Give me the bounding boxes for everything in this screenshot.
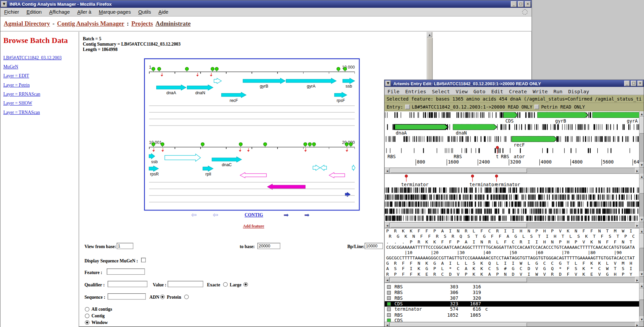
gene-arrow[interactable] — [165, 154, 200, 161]
entry1-checkbox[interactable] — [405, 105, 410, 109]
scrollbar-thumb[interactable] — [390, 323, 527, 327]
feature-box-dnaa[interactable] — [394, 124, 448, 130]
breadcrumb-link-agmial-directory[interactable]: Agmial Directory — [4, 20, 50, 27]
scroll-up-button[interactable]: ▲ — [427, 32, 432, 37]
minimize-button[interactable]: _ — [624, 81, 630, 86]
menu-entries[interactable]: Entries — [402, 88, 429, 96]
gene-arrow-rpsF[interactable] — [334, 92, 347, 98]
scrollbar-thumb[interactable] — [390, 168, 527, 173]
scroll-left-button[interactable]: ◀ — [385, 277, 390, 282]
close-button[interactable]: × — [637, 81, 643, 86]
page-right-arrow[interactable]: ➡ — [284, 211, 289, 219]
sequence-input[interactable] — [108, 293, 146, 300]
scroll-down-button[interactable]: ▼ — [640, 162, 644, 167]
feature-list-row[interactable]: CDS3231687 — [384, 301, 640, 306]
scope-radio-all-contigs[interactable] — [85, 307, 90, 312]
sidebar-link-lb-5-atcc11842-03-12-2003[interactable]: LB#5#ATCC11842_03.12.2003 — [3, 55, 79, 60]
menu-goto[interactable]: Goto — [470, 88, 488, 96]
page-left-arrow[interactable]: ⇦ — [213, 211, 219, 219]
feature-box-gyra[interactable] — [592, 112, 640, 118]
gene-arrow[interactable] — [214, 78, 221, 84]
scroll-up-button[interactable]: ▲ — [640, 283, 644, 288]
adn-radio[interactable] — [160, 295, 165, 299]
menu-affichage[interactable]: Affichage — [45, 8, 73, 16]
window-menu-button[interactable]: ▼ — [385, 81, 391, 86]
maximize-button[interactable]: □ — [631, 81, 636, 86]
protein-radio[interactable] — [184, 295, 189, 299]
gene-arrow-gyrA[interactable] — [286, 78, 336, 84]
exact-radio[interactable] — [223, 282, 228, 287]
sidebar-link-layer-show[interactable]: Layer = SHOW — [3, 101, 79, 106]
sidebar-link-layer-edit[interactable]: Layer = EDIT — [3, 73, 79, 78]
gene-arrow-ssb[interactable] — [343, 78, 355, 84]
menu-file[interactable]: File — [384, 88, 402, 96]
feature-box-gyrb[interactable] — [537, 112, 588, 118]
scroll-left-button[interactable]: ◀ — [385, 322, 390, 327]
view-from-base-input[interactable] — [117, 243, 133, 249]
menu-aller[interactable]: Aller à — [74, 8, 95, 16]
bp-line-input[interactable] — [365, 243, 383, 249]
scrollbar-thumb[interactable] — [390, 223, 527, 228]
menu-display[interactable]: Display — [565, 88, 592, 96]
menu-edition[interactable]: Edition — [23, 8, 45, 16]
feature-input[interactable] — [107, 268, 145, 275]
scope-radio-window[interactable] — [85, 320, 90, 325]
gene-arrow-rplI[interactable] — [203, 166, 213, 171]
scrollbar-thumb[interactable] — [640, 234, 644, 248]
gene-arrow[interactable] — [352, 165, 355, 170]
gene-arrow-dnaC[interactable] — [212, 157, 242, 162]
scroll-down-button[interactable]: ▼ — [640, 317, 644, 322]
feature-list-row[interactable]: RBS307320 — [384, 295, 640, 301]
feature-list-row[interactable]: RBS306319 — [384, 290, 640, 295]
scrollbar-thumb[interactable] — [640, 288, 644, 300]
scroll-left-button[interactable]: ◀ — [385, 168, 390, 173]
scrollbar-thumb[interactable] — [640, 117, 644, 134]
value-input[interactable] — [168, 281, 203, 287]
entry2-checkbox[interactable] — [534, 105, 539, 109]
gene-arrow[interactable] — [345, 192, 350, 196]
horizontal-scrollbar[interactable]: ◀▶ — [384, 222, 640, 228]
to-base-input[interactable] — [258, 243, 280, 249]
gene-arrow-rpsR[interactable] — [149, 166, 158, 171]
menu-run[interactable]: Run — [551, 88, 565, 96]
horizontal-scrollbar[interactable]: ◀▶ — [384, 167, 640, 174]
scrollbar-thumb[interactable] — [390, 278, 527, 282]
menu-marque-pages[interactable]: Marque-pages — [95, 8, 135, 16]
scroll-left-button[interactable]: ◀ — [385, 222, 390, 228]
vertical-scrollbar[interactable]: ▲▼ — [639, 228, 644, 277]
gene-arrow-dnaA[interactable] — [157, 85, 186, 90]
feature-list-row[interactable]: terminator574616c — [384, 307, 640, 312]
feature-list-row[interactable]: RBS18521865 — [384, 312, 640, 317]
gene-arrow-gyrB[interactable] — [243, 78, 285, 84]
maximize-button[interactable]: □ — [518, 1, 523, 7]
gene-arrow-dnaN[interactable] — [187, 85, 213, 90]
menu-write[interactable]: Write — [530, 88, 550, 96]
scroll-down-button[interactable]: ▼ — [640, 271, 644, 277]
window-menu-button[interactable]: ▼ — [1, 1, 7, 7]
scroll-up-button[interactable]: ▲ — [640, 111, 644, 117]
gene-arrow[interactable] — [329, 172, 345, 178]
breadcrumb-link-administrate[interactable]: Administrate — [156, 20, 191, 27]
scope-radio-contig[interactable] — [85, 314, 90, 318]
menu-outils[interactable]: Outils — [135, 8, 155, 16]
page-far-left-arrow[interactable]: ⇦ — [191, 211, 197, 219]
menu-aide[interactable]: Aide — [155, 8, 172, 16]
feature-list-row[interactable]: CDS — [384, 318, 640, 322]
gene-arrow-ssb[interactable] — [149, 154, 155, 159]
menu-fichier[interactable]: Fichier — [0, 8, 23, 16]
gene-arrow[interactable] — [321, 165, 327, 170]
vertical-scrollbar[interactable]: ▲▼ — [639, 174, 644, 222]
feature-box-dnan[interactable] — [453, 124, 497, 130]
feature-box-cds[interactable] — [503, 112, 518, 118]
scroll-up-button[interactable]: ▲ — [640, 228, 644, 234]
add-feature-link[interactable]: Add feature — [243, 224, 264, 228]
page-far-right-arrow[interactable]: ➡ — [304, 211, 310, 219]
menu-view[interactable]: View — [453, 88, 470, 96]
vertical-scrollbar[interactable]: ▲▼ — [639, 111, 644, 167]
gene-arrow[interactable] — [313, 165, 320, 170]
breadcrumb-link-projects[interactable]: Projects — [131, 20, 153, 27]
large-radio[interactable] — [244, 282, 248, 287]
menu-edit[interactable]: Edit — [488, 88, 506, 96]
vertical-scrollbar[interactable]: ▲▼ — [639, 283, 644, 322]
gene-arrow[interactable] — [240, 172, 266, 178]
